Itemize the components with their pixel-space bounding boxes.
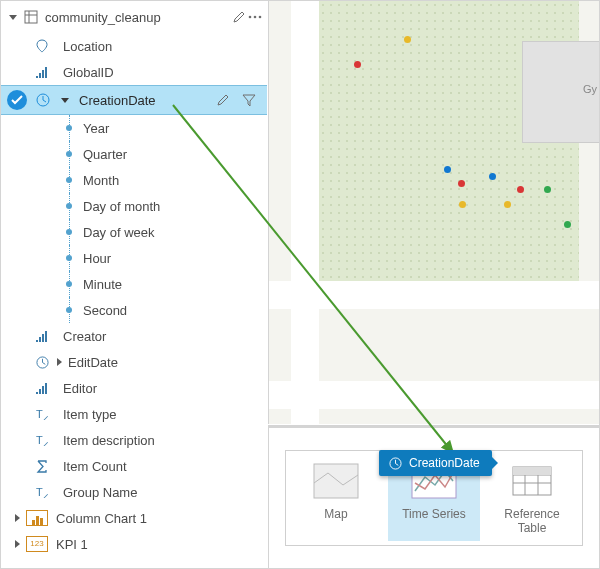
sidebar: community_cleanup Location GlobalID Crea… [1,1,267,568]
field-label: Second [83,303,127,318]
date-part-day-of-week[interactable]: Day of week [1,219,267,245]
field-groupname[interactable]: T⸝ Group Name [1,479,267,505]
svg-rect-0 [25,11,37,23]
more-options-icon[interactable] [247,9,263,25]
drop-label: Map [296,507,376,521]
field-label: GlobalID [63,65,114,80]
text-icon: T⸝ [33,486,51,498]
svg-text:T⸝: T⸝ [36,408,49,420]
layer-name: community_cleanup [45,10,161,25]
field-label: Minute [83,277,122,292]
field-label: Item description [63,433,155,448]
map-point[interactable] [504,201,511,208]
map-point[interactable] [544,186,551,193]
drop-target-reftable[interactable]: Reference Table [492,461,572,535]
drag-chip: CreationDate [379,450,492,476]
svg-rect-7 [39,73,41,78]
string-icon [33,382,51,394]
layer-header[interactable]: community_cleanup [1,1,267,33]
svg-point-4 [254,16,257,19]
text-icon: T⸝ [33,408,51,420]
clock-icon [35,92,51,108]
map-point[interactable] [517,186,524,193]
field-label: Month [83,173,119,188]
date-part-day-of-month[interactable]: Day of month [1,193,267,219]
chart-kpi-1[interactable]: 123 KPI 1 [1,531,267,557]
field-itemdesc[interactable]: T⸝ Item description [1,427,267,453]
map-point[interactable] [404,36,411,43]
drag-label: CreationDate [409,456,480,470]
map-point[interactable] [459,201,466,208]
filter-icon[interactable] [241,92,257,108]
field-label: Day of month [83,199,160,214]
date-part-year[interactable]: Year [1,115,267,141]
collapse-icon[interactable] [9,15,17,20]
field-label: CreationDate [79,93,156,108]
svg-rect-6 [36,76,38,78]
string-icon [33,66,51,78]
date-part-minute[interactable]: Minute [1,271,267,297]
expand-icon[interactable] [57,358,62,366]
svg-text:T⸝: T⸝ [36,434,49,446]
map-point[interactable] [564,221,571,228]
clock-icon [387,455,403,471]
sum-icon [33,460,51,473]
svg-rect-9 [45,67,47,78]
field-itemcount[interactable]: Item Count [1,453,267,479]
field-label: EditDate [68,355,118,370]
svg-rect-11 [36,340,38,342]
field-label: Item Count [63,459,127,474]
field-label: Year [83,121,109,136]
svg-rect-8 [42,70,44,78]
field-editdate[interactable]: EditDate [1,349,267,375]
date-part-second[interactable]: Second [1,297,267,323]
field-globalid[interactable]: GlobalID [1,59,267,85]
map-point[interactable] [458,180,465,187]
date-part-month[interactable]: Month [1,167,267,193]
drop-label: Time Series [394,507,474,521]
column-chart-icon [26,510,48,526]
app-root: community_cleanup Location GlobalID Crea… [0,0,600,569]
svg-rect-12 [39,337,41,342]
map-point[interactable] [489,173,496,180]
date-part-hour[interactable]: Hour [1,245,267,271]
field-creationdate-selected[interactable]: CreationDate [1,85,267,115]
map-canvas[interactable]: Gy [268,1,599,424]
map-point[interactable] [354,61,361,68]
expand-icon[interactable] [15,540,20,548]
text-icon: T⸝ [33,434,51,446]
svg-point-3 [249,16,252,19]
svg-rect-13 [42,334,44,342]
svg-rect-17 [39,389,41,394]
expand-icon[interactable] [61,98,69,103]
drop-panel: Map Time Series Reference Table [268,425,599,568]
location-icon [33,39,51,53]
field-creator[interactable]: Creator [1,323,267,349]
drop-label: Reference Table [492,507,572,535]
field-label: Location [63,39,112,54]
map-point[interactable] [444,166,451,173]
field-label: Day of week [83,225,155,240]
svg-rect-23 [314,464,358,498]
drop-target-map[interactable]: Map [296,461,376,535]
chart-column-1[interactable]: Column Chart 1 [1,505,267,531]
map-thumb-icon [310,461,362,501]
svg-rect-19 [45,383,47,394]
chart-label: KPI 1 [56,537,88,552]
field-label: Hour [83,251,111,266]
expand-icon[interactable] [15,514,20,522]
svg-point-5 [259,16,262,19]
clock-icon [33,356,51,369]
field-itemtype[interactable]: T⸝ Item type [1,401,267,427]
svg-rect-14 [45,331,47,342]
map-label-gy: Gy [583,83,597,95]
edit-icon[interactable] [215,92,231,108]
svg-rect-18 [42,386,44,394]
field-editor[interactable]: Editor [1,375,267,401]
svg-rect-30 [513,467,551,475]
selected-check-icon [7,90,27,110]
date-part-quarter[interactable]: Quarter [1,141,267,167]
rename-icon[interactable] [231,9,247,25]
table-thumb-icon [506,461,558,501]
field-location[interactable]: Location [1,33,267,59]
